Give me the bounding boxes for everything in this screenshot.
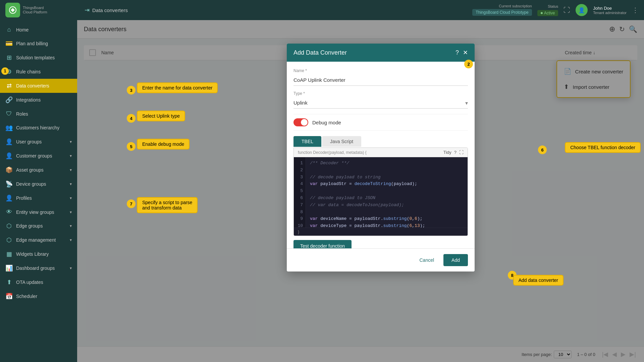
sidebar-item-asset-groups[interactable]: 📦 Asset groups ▾ — [0, 163, 77, 177]
sidebar-item-label: Edge management — [16, 237, 66, 243]
step-4-badge: 4 — [127, 114, 136, 123]
sidebar-item-label: Asset groups — [16, 167, 66, 173]
breadcrumb-text: Data converters — [92, 7, 128, 13]
topbar-right: Current subscription ThingsBoard Cloud P… — [472, 4, 639, 16]
sidebar-item-customer-groups[interactable]: 👤 Customer groups ▾ — [0, 149, 77, 163]
sidebar-item-plan-billing[interactable]: 💳 Plan and billing — [0, 37, 77, 51]
user-avatar: 👤 — [576, 4, 588, 16]
type-form-group: Type * Uplink Downlink ▾ — [293, 91, 468, 109]
debug-toggle-group: Debug mode — [293, 114, 468, 131]
breadcrumb-icon: ⇥ — [85, 6, 90, 14]
sidebar-item-edge-groups[interactable]: ⬡ Edge groups ▾ — [0, 219, 77, 233]
sidebar: ⌂ Home 💳 Plan and billing ⊞ Solution tem… — [0, 20, 77, 362]
sidebar-item-home[interactable]: ⌂ Home — [0, 23, 77, 37]
debug-label: Debug mode — [312, 120, 341, 125]
sidebar-item-data-converters[interactable]: ⇄ Data converters — [0, 79, 77, 93]
sidebar-item-dashboard-groups[interactable]: 📊 Dashboard groups ▾ — [0, 261, 77, 275]
toggle-switch[interactable] — [293, 118, 308, 126]
sidebar-item-solution-templates[interactable]: ⊞ Solution templates — [0, 51, 77, 65]
asset-groups-icon: 📦 — [5, 166, 13, 174]
sidebar-item-scheduler[interactable]: 📅 Scheduler — [0, 289, 77, 303]
edge-management-icon: ⬡ — [5, 236, 13, 244]
modal-help-icon[interactable]: ? — [455, 49, 459, 56]
sidebar-item-profiles[interactable]: 👤 Profiles ▾ — [0, 191, 77, 205]
step-3-badge: 3 — [127, 86, 136, 95]
sidebar-item-device-groups[interactable]: 📡 Device groups ▾ — [0, 177, 77, 191]
code-editor[interactable]: 1 2 3 4 5 6 7 8 9 10 11 — [294, 157, 468, 228]
sidebar-item-label: User groups — [16, 139, 66, 144]
integrations-icon: 🔗 — [5, 96, 13, 104]
code-content[interactable]: /** Decoder **/ // decode payload to str… — [306, 157, 468, 228]
step-2-badge: 2 — [464, 60, 473, 68]
dashboard-groups-icon: 📊 — [5, 264, 13, 272]
name-form-group: Name * — [293, 68, 468, 86]
step-5-badge: 5 — [127, 142, 136, 151]
data-converters-icon: ⇄ — [5, 82, 13, 89]
sidebar-item-roles[interactable]: 🛡 Roles — [0, 107, 77, 121]
sidebar-item-label: Plan and billing — [16, 41, 72, 46]
more-menu-icon[interactable]: ⋮ — [632, 6, 639, 14]
sidebar-item-label: Home — [16, 27, 72, 33]
add-button[interactable]: Add — [443, 254, 468, 266]
sidebar-item-label: Entity view groups — [16, 209, 66, 215]
tbel-tab[interactable]: TBEL — [293, 136, 321, 147]
cancel-button[interactable]: Cancel — [414, 255, 439, 265]
chevron-down-icon: ▾ — [70, 224, 72, 228]
sidebar-item-user-groups[interactable]: 👤 User groups ▾ — [0, 135, 77, 149]
sidebar-item-rule-chains[interactable]: 1 ⚙ Rule chains — [0, 65, 77, 79]
modal-footer: Cancel Add — [287, 248, 475, 272]
expand-icon[interactable]: ⛶ — [564, 6, 570, 14]
chevron-down-icon: ▾ — [70, 168, 72, 172]
step-7-badge: 7 — [127, 199, 136, 208]
sidebar-item-label: Roles — [16, 111, 72, 117]
breadcrumb: ⇥ Data converters — [85, 6, 467, 14]
modal-body: Name * Type * Uplink Downlink ▾ — [287, 62, 475, 248]
sidebar-item-ota-updates[interactable]: ⬆ OTA updates — [0, 275, 77, 289]
type-select-wrapper: Uplink Downlink ▾ — [293, 97, 468, 109]
device-groups-icon: 📡 — [5, 180, 13, 188]
chevron-down-icon: ▾ — [70, 238, 72, 242]
javascript-tab[interactable]: Java Script — [322, 136, 361, 147]
status-badge: Active — [537, 10, 558, 16]
chevron-down-icon: ▾ — [70, 196, 72, 200]
logo-icon — [5, 3, 20, 17]
edge-groups-icon: ⬡ — [5, 222, 13, 230]
plan-billing-icon: 💳 — [5, 40, 13, 47]
sidebar-item-label: Rule chains — [16, 69, 72, 74]
user-groups-icon: 👤 — [5, 138, 13, 145]
ota-updates-icon: ⬆ — [5, 279, 13, 286]
sidebar-item-integrations[interactable]: 🔗 Integrations — [0, 93, 77, 107]
name-input[interactable] — [293, 74, 468, 86]
modal-close-icon[interactable]: ✕ — [463, 49, 468, 56]
code-tabs: TBEL Java Script — [293, 136, 468, 147]
topbar: ThingsBoard Cloud Platform ⇥ Data conver… — [0, 0, 644, 20]
modal-overlay: Add Data Converter ? ✕ Name * Type * — [77, 20, 644, 362]
sidebar-item-label: Widgets Library — [16, 251, 72, 257]
sidebar-item-label: OTA updates — [16, 280, 72, 285]
widgets-library-icon: ▦ — [5, 250, 13, 258]
subscription-badge: ThingsBoard Cloud Prototype — [472, 9, 532, 16]
roles-icon: 🛡 — [5, 110, 13, 117]
fullscreen-icon[interactable]: ⛶ — [459, 150, 464, 155]
sidebar-item-entity-view-groups[interactable]: 👁 Entity view groups ▾ — [0, 205, 77, 219]
sidebar-item-customers-hierarchy[interactable]: 👥 Customers hierarchy — [0, 121, 77, 135]
step-1-badge: 1 — [1, 67, 9, 75]
sidebar-item-edge-management[interactable]: ⬡ Edge management ▾ — [0, 233, 77, 247]
chevron-down-icon: ▾ — [70, 154, 72, 158]
sidebar-item-label: Customers hierarchy — [16, 125, 72, 130]
help-code-icon[interactable]: ? — [454, 150, 457, 155]
home-icon: ⌂ — [5, 26, 13, 33]
tidy-label[interactable]: Tidy — [443, 150, 451, 155]
logo-area: ThingsBoard Cloud Platform — [5, 3, 79, 17]
chevron-down-icon: ▾ — [70, 182, 72, 186]
step-8-badge: 8 — [508, 271, 517, 280]
status-dot — [541, 12, 543, 14]
step-6-badge: 6 — [538, 145, 547, 154]
sidebar-item-widgets-library[interactable]: ▦ Widgets Library — [0, 247, 77, 261]
scheduler-icon: 📅 — [5, 293, 13, 300]
subscription-info: Current subscription ThingsBoard Cloud P… — [472, 4, 532, 16]
test-decoder-button[interactable]: Test decoder function — [293, 240, 352, 248]
type-select[interactable]: Uplink Downlink — [293, 97, 468, 108]
chevron-down-icon: ▾ — [70, 266, 72, 270]
modal-title: Add Data Converter — [293, 49, 347, 56]
